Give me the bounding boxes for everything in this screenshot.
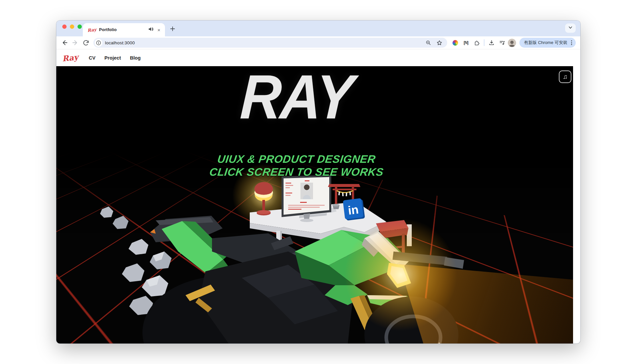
zoom-icon[interactable] bbox=[424, 38, 433, 47]
tab-audio-icon[interactable] bbox=[148, 26, 153, 33]
motorcycle bbox=[142, 216, 577, 343]
nav-link-blog[interactable]: Blog bbox=[130, 55, 141, 61]
profile-avatar[interactable] bbox=[508, 39, 516, 47]
browser-tab-portfolio[interactable]: Ray Portfolio × bbox=[83, 23, 165, 36]
nav-link-cv[interactable]: CV bbox=[89, 55, 95, 61]
tab-close-icon[interactable]: × bbox=[156, 27, 162, 33]
toolbar-divider bbox=[484, 39, 484, 46]
colorful-extension-icon[interactable] bbox=[450, 38, 460, 48]
tab-search-button[interactable] bbox=[565, 23, 576, 33]
forward-button[interactable] bbox=[70, 38, 80, 48]
window-controls bbox=[62, 24, 82, 29]
url-text[interactable]: localhost:3000 bbox=[105, 40, 421, 45]
tab-title: Portfolio bbox=[99, 27, 145, 32]
bookmark-star-icon[interactable] bbox=[435, 38, 444, 47]
scrollbar-track[interactable] bbox=[573, 66, 577, 343]
browser-window: Ray Portfolio × bbox=[56, 21, 580, 343]
headlight-glow bbox=[344, 218, 457, 331]
browser-toolbar: localhost:3000 [N] 有新版 Chrome 可安裝 bbox=[56, 36, 580, 49]
downloads-icon[interactable] bbox=[487, 38, 497, 48]
chrome-update-label: 有新版 Chrome 可安裝 bbox=[524, 40, 567, 46]
close-window-button[interactable] bbox=[62, 24, 67, 29]
new-tab-button[interactable] bbox=[168, 24, 177, 33]
minimize-window-button[interactable] bbox=[70, 24, 74, 29]
back-button[interactable] bbox=[60, 38, 70, 48]
linkedin-label: in bbox=[347, 203, 359, 217]
chevron-down-icon bbox=[568, 25, 573, 31]
site-navbar: Ray CV Project Blog bbox=[56, 49, 580, 66]
linkedin-cube[interactable]: in bbox=[343, 198, 365, 221]
n-extension-icon[interactable]: [N] bbox=[461, 38, 471, 48]
address-bar[interactable]: localhost:3000 bbox=[93, 38, 447, 48]
extensions-puzzle-icon[interactable] bbox=[472, 38, 482, 48]
reload-button[interactable] bbox=[81, 38, 91, 48]
music-toggle-button[interactable]: ♫ bbox=[559, 70, 571, 83]
more-menu-icon[interactable] bbox=[570, 40, 573, 45]
music-note-icon: ♫ bbox=[563, 73, 567, 80]
webgl-scene-canvas[interactable]: in bbox=[56, 66, 577, 343]
scene-3d: in bbox=[56, 66, 577, 343]
chrome-update-button[interactable]: 有新版 Chrome 可安裝 bbox=[519, 38, 576, 48]
fullscreen-window-button[interactable] bbox=[78, 24, 82, 29]
site-logo-ray[interactable]: Ray bbox=[62, 53, 79, 63]
nav-link-project[interactable]: Project bbox=[104, 55, 121, 61]
media-playlist-icon[interactable] bbox=[497, 38, 507, 48]
site-info-icon[interactable] bbox=[95, 39, 102, 47]
tab-favicon-ray: Ray bbox=[87, 27, 97, 33]
tab-strip: Ray Portfolio × bbox=[56, 21, 580, 36]
